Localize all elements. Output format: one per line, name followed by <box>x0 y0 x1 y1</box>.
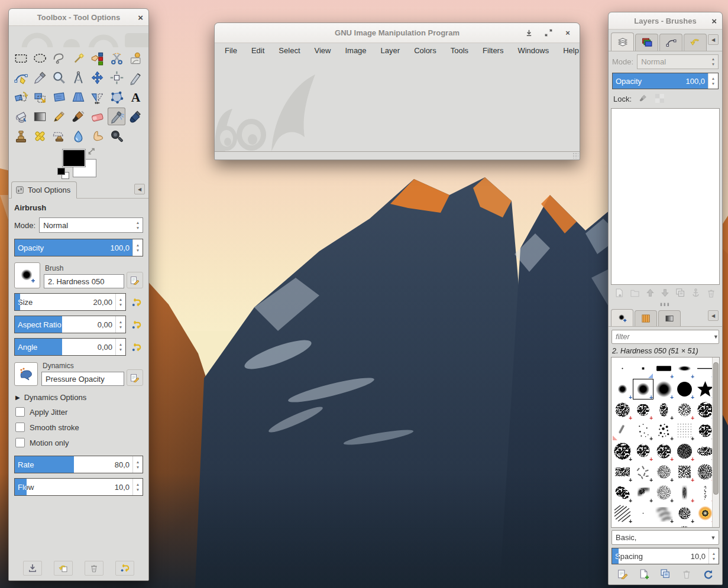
scrollbar-thumb[interactable] <box>713 362 719 495</box>
spinner-arrows[interactable]: ▲▼ <box>115 316 125 333</box>
angle-slider[interactable]: Angle0,00Angle0,00▲▼ <box>14 338 126 356</box>
brush-item-pepper[interactable]: + <box>633 462 653 482</box>
tool-scale-button[interactable] <box>31 88 48 106</box>
tool-align-button[interactable] <box>108 69 125 86</box>
tool-eraser-button[interactable] <box>89 108 106 125</box>
rate-slider[interactable]: Rate80,0Rate80,0▲▼ <box>14 456 143 473</box>
slider-track[interactable]: Flow10,0Flow10,0 <box>15 479 132 495</box>
filter-dropdown-icon[interactable]: ▼ <box>713 334 719 340</box>
dock-tab-gradients[interactable] <box>658 310 681 326</box>
menu-windows[interactable]: Windows <box>510 43 556 58</box>
tool-heal-button[interactable] <box>31 127 48 145</box>
slider-track[interactable]: Opacity100,0Opacity100,0 <box>15 239 132 256</box>
brush-item-dot-px[interactable] <box>612 358 633 379</box>
revert-button[interactable] <box>54 561 73 576</box>
tool-color-picker-button[interactable] <box>31 69 48 86</box>
brush-filter-input[interactable] <box>612 332 713 342</box>
layers-titlebar[interactable]: Layers - Brushes × <box>609 12 722 30</box>
tool-flip-button[interactable] <box>89 88 106 106</box>
tool-rotate-button[interactable] <box>12 88 30 106</box>
maximize-icon[interactable] <box>543 28 553 38</box>
brush-item-dots-sparse[interactable]: + <box>633 420 653 441</box>
dock-tab-layers[interactable] <box>611 33 634 51</box>
brush-item-square-tiny[interactable] <box>633 358 653 379</box>
brush-item-speckle-light[interactable]: + <box>653 482 674 503</box>
brush-item-splat-med[interactable]: + <box>633 399 653 420</box>
spinner-arrows[interactable]: ▲▼ <box>132 479 143 495</box>
brush-item-dots-grid[interactable]: + <box>674 420 695 441</box>
slider-track[interactable]: Angle0,00Angle0,00 <box>15 339 115 355</box>
tool-gradient-button[interactable] <box>31 108 48 125</box>
brush-item-net-med[interactable]: + <box>653 441 674 462</box>
spinner-arrows[interactable]: ▲▼ <box>115 339 125 355</box>
flow-slider[interactable]: Flow10,0Flow10,0▲▼ <box>14 478 143 496</box>
paint-mode-select[interactable]: Normal ▲▼ <box>39 217 143 233</box>
tab-menu-button[interactable]: ◀ <box>708 310 719 321</box>
main-titlebar[interactable]: GNU Image Manipulation Program × <box>215 23 580 43</box>
slider-track[interactable]: Spacing10,0Spacing10,0 <box>612 548 708 564</box>
checkbox-apply-jitter[interactable] <box>15 407 25 417</box>
menu-image[interactable]: Image <box>338 43 373 58</box>
tool-zoom-button[interactable] <box>50 69 68 86</box>
menu-layer[interactable]: Layer <box>374 43 407 58</box>
dup-button[interactable] <box>660 568 671 581</box>
layers-list[interactable] <box>611 108 720 285</box>
tool-text-button[interactable]: A <box>127 88 145 106</box>
brush-item-splat-soft2[interactable]: + <box>674 503 695 524</box>
tool-clone-button[interactable] <box>12 127 30 145</box>
brush-item-circle-texture[interactable]: + <box>674 441 695 462</box>
edit-dynamics-button[interactable] <box>127 369 143 386</box>
tool-select-by-color-button[interactable] <box>89 49 106 67</box>
dynamics-name-field[interactable]: Pressure Opacity <box>41 372 124 386</box>
brush-item-net-big[interactable]: + <box>612 441 633 462</box>
tool-ink-button[interactable] <box>127 108 145 125</box>
menu-help[interactable]: Help <box>556 43 586 58</box>
dock-tab-paths[interactable] <box>659 34 682 51</box>
tool-smudge-button[interactable] <box>89 127 106 145</box>
tool-ellipse-select-button[interactable] <box>31 49 48 67</box>
tool-blur-sharpen-button[interactable] <box>69 127 87 145</box>
tool-cage-transform-button[interactable] <box>108 88 125 106</box>
brush-preview-button[interactable] <box>14 262 40 288</box>
brush-item-texture-wide[interactable]: + <box>612 462 633 482</box>
close-icon[interactable]: × <box>563 28 572 38</box>
tool-scissors-select-button[interactable] <box>108 49 125 67</box>
spinner-arrows[interactable]: ▲▼ <box>132 239 143 256</box>
dock-tab-channels[interactable] <box>635 34 658 51</box>
reset-size-button[interactable] <box>129 295 143 309</box>
checkbox-motion-only[interactable] <box>15 438 25 447</box>
menu-file[interactable]: File <box>218 43 244 58</box>
tool-measure-button[interactable] <box>69 69 87 86</box>
default-colors-icon[interactable] <box>57 168 69 178</box>
menu-view[interactable]: View <box>308 43 338 58</box>
close-icon[interactable]: × <box>138 13 143 22</box>
slider-track[interactable]: Aspect Ratio0,00Aspect Ratio0,00 <box>15 316 115 333</box>
brush-item-dot-soft-l[interactable]: + <box>653 379 674 399</box>
spinner-arrows[interactable]: ▲▼ <box>132 456 143 473</box>
spinner-arrows[interactable]: ▲▼ <box>115 294 125 310</box>
brush-item-dots-sparse[interactable] <box>633 524 653 528</box>
refresh-button[interactable] <box>703 568 713 581</box>
dock-tab-history[interactable] <box>684 34 707 51</box>
menu-select[interactable]: Select <box>271 43 307 58</box>
opacity-slider[interactable]: Opacity100,0Opacity100,0▲▼ <box>14 239 143 256</box>
brush-item-splat-vert[interactable]: + <box>653 399 674 420</box>
dynamics-preview-button[interactable] <box>14 362 38 386</box>
tool-foreground-select-button[interactable] <box>127 49 145 67</box>
brush-item-dot-soft-s[interactable]: + <box>612 379 633 399</box>
checkbox-smooth-stroke[interactable] <box>15 423 25 432</box>
dock-tab-brushes[interactable] <box>611 309 633 326</box>
tab-menu-button[interactable]: ◀ <box>134 184 145 194</box>
spinner-arrows[interactable]: ▲▼ <box>708 548 719 564</box>
spacing-slider[interactable]: Spacing10,0Spacing10,0▲▼ <box>611 548 719 564</box>
save-button[interactable] <box>23 561 42 576</box>
brush-item-speckle-fine[interactable] <box>674 524 695 528</box>
brush-item-dots-sparse2[interactable] <box>612 524 633 528</box>
brush-item-splat-dense[interactable]: + <box>612 399 633 420</box>
brush-item-smoke[interactable]: + <box>653 503 674 524</box>
lock-pixels-icon[interactable] <box>639 93 648 105</box>
close-icon[interactable]: × <box>711 17 717 25</box>
tool-perspective-clone-button[interactable] <box>50 127 68 145</box>
minimize-icon[interactable] <box>524 28 533 38</box>
tab-menu-button[interactable]: ◀ <box>708 34 719 45</box>
